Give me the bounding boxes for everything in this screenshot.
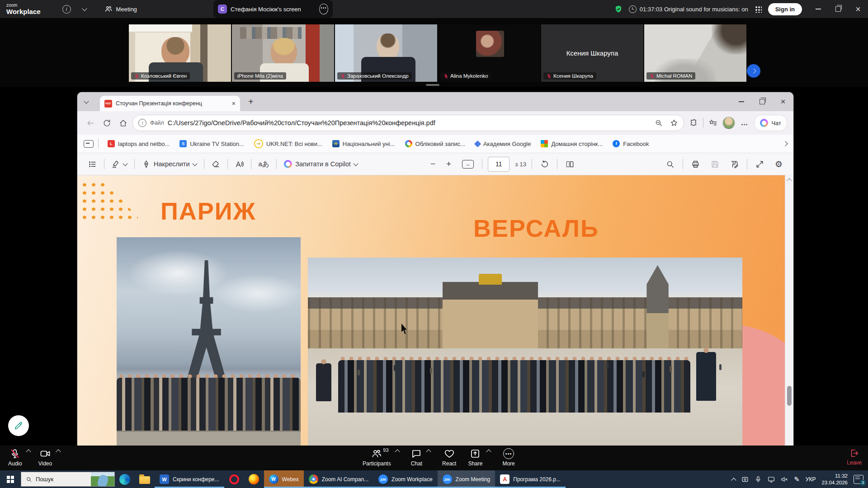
taskbar-acrobat-document[interactable]: A Програма 2026.p... [495, 470, 566, 488]
chat-button[interactable]: Chat [411, 448, 422, 467]
taskbar-zoom-workplace[interactable]: zm Zoom Workplace [373, 470, 437, 488]
tab-shared-screen[interactable]: C Стефанія Мосіюк's screen ••• [213, 0, 333, 18]
bookmark-item[interactable]: UN UKR.NET: Всі нови... [250, 137, 327, 150]
browser-minimize-button[interactable] [731, 92, 752, 111]
page-info-icon[interactable]: i [138, 119, 146, 127]
leave-button[interactable]: Leave [847, 448, 862, 466]
bookmark-item[interactable]: H Національний уні... [328, 137, 400, 150]
address-bar[interactable]: i Файл C:/Users/27igo/OneDrive/Рабочий%2… [132, 115, 684, 131]
translate-button[interactable]: aあ [256, 156, 272, 172]
annotate-pencil-button[interactable] [8, 415, 29, 436]
video-thumbnail-active-speaker[interactable]: iPhone Mila (2)міла [232, 24, 334, 82]
page-view-button[interactable] [563, 156, 577, 172]
video-thumbnail[interactable]: Зараховський Олександр [335, 24, 437, 82]
camera-privacy-icon[interactable] [741, 476, 749, 483]
chevron-down-icon[interactable] [82, 6, 87, 11]
eraser-button[interactable] [209, 156, 223, 172]
bookmark-item[interactable]: S Ukraine TV Station... [175, 137, 249, 150]
next-participants-button[interactable] [747, 64, 760, 78]
zoom-in-button[interactable]: + [443, 156, 454, 172]
taskbar-edge-icon[interactable] [115, 470, 135, 488]
video-thumbnail[interactable]: Козловський Євген [129, 24, 231, 82]
page-number-input[interactable] [488, 157, 509, 172]
participants-button[interactable]: 93 Participants [363, 448, 391, 467]
bookmark-item[interactable]: Домашня сторінк... [536, 137, 607, 150]
speaker-muted-icon[interactable] [781, 476, 788, 483]
back-button[interactable] [84, 116, 97, 130]
notification-center-icon[interactable]: 3 [854, 475, 863, 484]
fullscreen-button[interactable] [753, 156, 767, 172]
bookmarks-overflow-icon[interactable] [783, 141, 788, 146]
settings-gear-icon[interactable]: ⚙ [772, 156, 785, 172]
taskbar-opera-icon[interactable] [224, 470, 244, 488]
tab-meeting[interactable]: Meeting [104, 5, 137, 13]
pdf-scrollbar[interactable] [785, 174, 793, 446]
more-button[interactable]: ••• More [502, 448, 514, 467]
profile-avatar[interactable] [722, 117, 735, 129]
ask-copilot-button[interactable]: Запитати в Copilot [281, 156, 360, 172]
zoom-out-button[interactable]: − [428, 156, 438, 172]
taskbar-search-box[interactable]: Пошук [21, 472, 115, 487]
copilot-chat-button[interactable]: Чат [754, 115, 787, 131]
table-of-contents-button[interactable] [85, 156, 99, 172]
collections-icon[interactable] [706, 116, 720, 130]
pen-input-icon[interactable]: ✎ [794, 475, 800, 483]
participants-options-chevron[interactable] [395, 449, 400, 454]
save-as-button[interactable] [727, 156, 741, 172]
taskbar-word-document[interactable]: W Скрини конфере... [155, 470, 224, 488]
rotate-button[interactable] [538, 156, 552, 172]
audio-options-chevron[interactable] [26, 449, 31, 454]
taskbar-webex[interactable]: W Webex [264, 470, 304, 488]
minimize-button[interactable] [808, 0, 828, 18]
search-document-button[interactable] [663, 156, 677, 172]
taskbar-zoom-ai-companion[interactable]: Zoom AI Compan... [304, 470, 373, 488]
info-icon[interactable]: i [62, 5, 71, 14]
react-button[interactable]: React [442, 448, 456, 467]
read-aloud-button[interactable] [232, 156, 246, 172]
share-options-chevron[interactable] [486, 449, 491, 454]
audio-button[interactable]: Audio [8, 448, 22, 467]
fit-to-width-button[interactable]: ↔ [459, 156, 476, 172]
security-shield-icon[interactable] [614, 5, 623, 13]
save-button[interactable] [708, 156, 722, 172]
scroll-up-arrow[interactable] [787, 178, 792, 183]
close-button[interactable]: × [848, 0, 868, 18]
highlighter-button[interactable] [109, 156, 130, 172]
display-cast-icon[interactable] [768, 476, 775, 483]
favorite-star-icon[interactable] [667, 116, 681, 130]
browser-close-button[interactable]: × [773, 92, 793, 111]
strip-drag-handle[interactable] [426, 84, 439, 86]
home-button[interactable] [116, 116, 130, 130]
restore-button[interactable] [828, 0, 848, 18]
draw-button[interactable]: Накреслити [139, 156, 199, 172]
start-button[interactable] [0, 470, 21, 488]
refresh-button[interactable] [100, 116, 113, 130]
chat-options-chevron[interactable] [426, 449, 431, 454]
taskbar-firefox-icon[interactable] [244, 470, 264, 488]
sidebar-panel-icon[interactable] [84, 140, 94, 148]
browser-restore-button[interactable] [752, 92, 773, 111]
browser-tab[interactable]: PDF Стоучан Презентація конференц × [100, 96, 240, 111]
microphone-icon[interactable] [755, 476, 762, 483]
zoom-out-page-icon[interactable] [652, 116, 665, 130]
share-button[interactable]: Share [468, 448, 482, 467]
bookmark-item[interactable]: f Facebook [608, 137, 653, 150]
bookmark-item[interactable]: Академия Google [471, 137, 535, 150]
scrollbar-thumb[interactable] [787, 386, 792, 406]
taskbar-zoom-meeting[interactable]: zm Zoom Meeting [438, 470, 495, 488]
apps-grid-icon[interactable] [755, 5, 762, 13]
tab-options-icon[interactable]: ••• [319, 4, 328, 14]
extensions-icon[interactable] [687, 116, 700, 130]
new-tab-button[interactable]: + [248, 97, 254, 107]
language-indicator[interactable]: УКР [806, 476, 816, 483]
bookmark-item[interactable]: L laptops and netbo... [103, 137, 174, 150]
video-thumbnail[interactable]: Ксения Шкарупа Ксения Шкарупа [541, 24, 643, 82]
tray-expand-chevron[interactable] [731, 478, 736, 483]
tab-search-icon[interactable] [84, 99, 89, 103]
bookmark-item[interactable]: Обліковий запис... [401, 137, 470, 150]
print-button[interactable] [689, 156, 703, 172]
browser-menu-icon[interactable]: … [738, 116, 751, 130]
tab-close-icon[interactable]: × [232, 100, 236, 107]
video-options-chevron[interactable] [56, 449, 61, 454]
video-button[interactable]: Video [38, 448, 52, 467]
